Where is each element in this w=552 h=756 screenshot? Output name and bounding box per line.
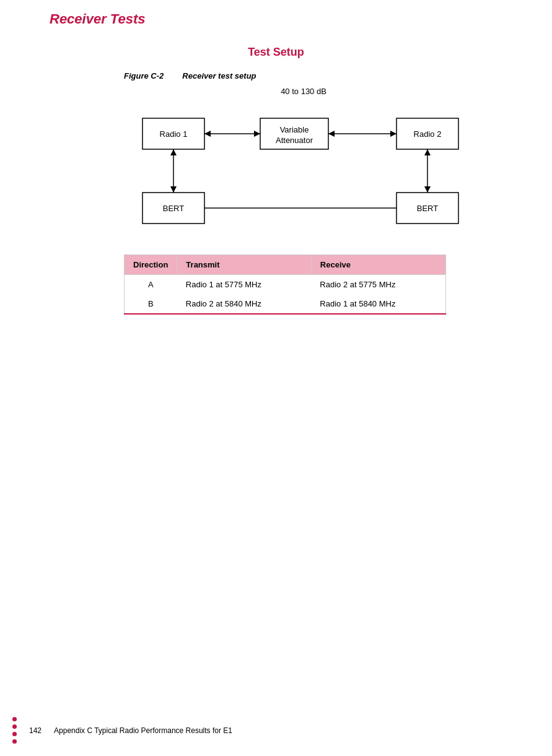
figure-caption: Figure C-2 Receiver test setup: [124, 71, 552, 80]
cell-transmit: Radio 1 at 5775 MHz: [177, 275, 311, 295]
diagram-area: 40 to 130 dB Radio 1 Variable Attenuator…: [124, 87, 483, 236]
direction-table: Direction Transmit Receive ARadio 1 at 5…: [124, 254, 446, 315]
svg-marker-19: [170, 149, 177, 155]
footer-appendix-text: Appendix C Typical Radio Performance Res…: [54, 726, 232, 735]
cell-receive: Radio 2 at 5775 MHz: [311, 275, 445, 295]
svg-marker-16: [390, 131, 396, 137]
svg-text:Variable: Variable: [280, 125, 309, 134]
cell-transmit: Radio 2 at 5840 MHz: [177, 294, 311, 314]
svg-text:BERT: BERT: [163, 204, 184, 213]
table-row: BRadio 2 at 5840 MHzRadio 1 at 5840 MHz: [125, 294, 446, 314]
svg-text:Radio 2: Radio 2: [414, 129, 442, 139]
footer-page-number: 142: [29, 726, 42, 735]
figure-label: Figure C-2: [124, 71, 164, 80]
svg-marker-18: [170, 186, 177, 193]
svg-marker-15: [328, 131, 335, 137]
svg-marker-13: [254, 131, 260, 137]
footer-dot-4: [12, 739, 17, 744]
col-receive: Receive: [311, 255, 445, 275]
svg-marker-12: [204, 131, 211, 137]
footer-dot-3: [12, 732, 17, 736]
svg-text:Attenuator: Attenuator: [276, 136, 313, 145]
svg-marker-21: [424, 186, 431, 193]
footer-dot-2: [12, 724, 17, 729]
table-header: Direction Transmit Receive: [125, 255, 446, 275]
col-transmit: Transmit: [177, 255, 311, 275]
table-body: ARadio 1 at 5775 MHzRadio 2 at 5775 MHzB…: [125, 275, 446, 315]
footer-dot-1: [12, 717, 17, 721]
page-title: Receiver Tests: [0, 0, 552, 27]
cell-receive: Radio 1 at 5840 MHz: [311, 294, 445, 314]
svg-text:BERT: BERT: [417, 204, 438, 213]
table-row: ARadio 1 at 5775 MHzRadio 2 at 5775 MHz: [125, 275, 446, 295]
col-direction: Direction: [125, 255, 177, 275]
section-heading: Test Setup: [0, 46, 552, 59]
receiver-test-diagram: Radio 1 Variable Attenuator Radio 2 BERT…: [136, 100, 471, 236]
svg-marker-22: [424, 149, 431, 155]
svg-text:Radio 1: Radio 1: [160, 129, 188, 139]
attenuation-label: 40 to 130 dB: [124, 87, 483, 96]
footer-dots: [12, 717, 17, 744]
cell-direction: B: [125, 294, 177, 314]
figure-description: Receiver test setup: [182, 71, 256, 80]
cell-direction: A: [125, 275, 177, 295]
footer: 142 Appendix C Typical Radio Performance…: [0, 717, 552, 744]
